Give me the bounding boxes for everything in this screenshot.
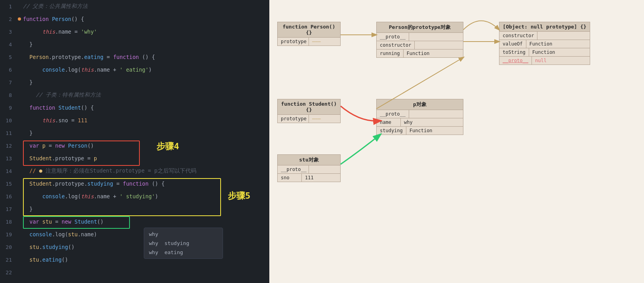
code-line-9: 9 function Student() { — [0, 101, 269, 114]
code-line-17: 17 } — [0, 203, 269, 215]
code-lines: 1 // 父类：公共属性和方法 2 function Person() { 3 … — [0, 0, 269, 283]
null-prototype-box: [Object: null prototype] {} constructor … — [499, 22, 590, 65]
code-panel: 1 // 父类：公共属性和方法 2 function Person() { 3 … — [0, 0, 269, 283]
function-person-box: function Person() {} prototype ——— — [277, 22, 341, 46]
code-line-6: 6 console.log(this.name + ' eating') — [0, 63, 269, 76]
code-line-18: 18 var stu = new Student() — [0, 215, 269, 228]
code-line-5: 5 Person.prototype.eating = function () … — [0, 51, 269, 63]
autocomplete-item-3[interactable]: why eating — [144, 248, 223, 257]
stu-object-box: stu对象 __proto__ sno 111 — [277, 154, 341, 182]
step5-label: 步骤5 — [228, 190, 250, 202]
diagram-panel: function Person() {} prototype ——— Perso… — [269, 0, 644, 283]
code-line-15: 15 Student.prototype.studying = function… — [0, 177, 269, 190]
person-prototype-box: Person的prototype对象 __proto__ constructor… — [376, 22, 463, 58]
code-line-22: 22 — [0, 266, 269, 279]
code-line-10: 10 this.sno = 111 — [0, 114, 269, 127]
code-line-8: 8 // 子类：特有属性和方法 — [0, 89, 269, 101]
code-line-1: 1 // 父类：公共属性和方法 — [0, 0, 269, 13]
code-line-11: 11 } — [0, 127, 269, 139]
autocomplete-item-2[interactable]: why studying — [144, 239, 223, 248]
code-line-3: 3 this.name = 'why' — [0, 25, 269, 38]
function-student-box: function Student() {} prototype ——— — [277, 99, 341, 123]
autocomplete-popup: why why studying why eating — [144, 228, 223, 259]
code-line-4: 4 } — [0, 38, 269, 51]
code-line-14: 14 // ● 注意顺序：必须在Student.prototype = p之后写… — [0, 165, 269, 177]
code-line-13: 13 Student.prototype = p — [0, 152, 269, 165]
code-line-20: 20 stu.studying() — [0, 241, 269, 253]
p-object-box: p对象 __proto__ name why studying Function — [376, 99, 463, 135]
code-line-19: 19 console.log(stu.name) — [0, 228, 269, 241]
code-line-21: 21 stu.eating() — [0, 253, 269, 266]
code-line-2: 2 function Person() { — [0, 13, 269, 25]
step4-label: 步骤4 — [156, 141, 179, 152]
autocomplete-item-1[interactable]: why — [144, 230, 223, 239]
breakpoint-dot[interactable] — [18, 17, 21, 21]
code-line-12: 12 var p = new Person() — [0, 139, 269, 152]
code-line-7: 7 } — [0, 76, 269, 89]
